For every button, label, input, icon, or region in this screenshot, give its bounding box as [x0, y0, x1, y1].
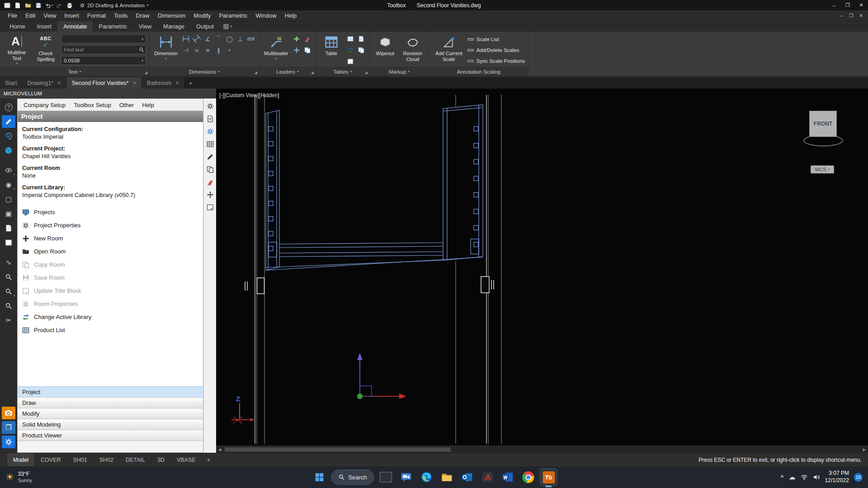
doc-restore-button[interactable]: ❐ [846, 11, 856, 21]
edge-button[interactable] [418, 469, 435, 486]
workspace-switcher[interactable]: 2D Drafting & Annotation ▾ [80, 3, 149, 8]
scroll-right-icon[interactable]: ▶ [861, 447, 868, 452]
action-product-list[interactable]: Product List [18, 324, 203, 337]
spiral-tool-button[interactable] [2, 130, 15, 142]
layout-view-button[interactable]: ❐ [2, 421, 15, 434]
menu-other[interactable]: Other [115, 102, 138, 108]
add-leader-icon[interactable] [292, 34, 302, 43]
category-project[interactable]: Project [18, 386, 203, 397]
table-download-icon[interactable] [346, 57, 355, 66]
search-icon[interactable] [139, 47, 144, 52]
table-link-icon[interactable] [346, 46, 355, 55]
gear-icon[interactable] [206, 102, 214, 110]
add-current-scale-button[interactable]: Add Current Scale [433, 33, 465, 66]
file-tab-start[interactable]: Start [0, 77, 22, 89]
find-text-input[interactable] [64, 47, 139, 52]
start-button[interactable] [311, 469, 328, 486]
dimensions-panel-label[interactable]: Dimensions▾ ◢ [150, 67, 259, 76]
action-change-active-library[interactable]: Change Active Library [18, 310, 203, 324]
trim-tool-button[interactable]: ✂ [2, 314, 15, 327]
open-folder-icon[interactable] [24, 1, 33, 9]
remove-leader-icon[interactable] [303, 34, 312, 43]
file-explorer-button[interactable] [439, 469, 456, 486]
save-icon[interactable] [34, 1, 43, 9]
ribbon-tab-manage[interactable]: Manage [157, 21, 190, 32]
aligned-dimension-icon[interactable] [192, 34, 202, 43]
undo-icon[interactable]: ▾ [44, 1, 53, 9]
pencil-icon[interactable] [206, 153, 214, 161]
clock[interactable]: 3:07 PM 12/1/2022 [825, 470, 849, 484]
ordinate-dimension-icon[interactable]: ⊥ [236, 34, 245, 43]
radius-dimension-icon[interactable]: ◯ [225, 34, 234, 43]
menu-insert[interactable]: Insert [60, 10, 83, 21]
onedrive-cloud-icon[interactable]: ☁ [789, 473, 796, 481]
leaders-panel-label[interactable]: Leaders▾ ◢ [259, 67, 316, 76]
ribbon-tab-annotate[interactable]: Annotate [57, 21, 93, 32]
add-delete-scales-button[interactable]: Add/Delete Scales [467, 46, 525, 55]
copy-icon[interactable] [206, 165, 214, 174]
cube-tool-button[interactable] [2, 144, 15, 157]
gear-blue-icon[interactable] [206, 127, 214, 136]
ribbon-tab-parametric[interactable]: Parametric [93, 21, 133, 32]
dim-style-icon[interactable] [246, 34, 256, 43]
category-solid-modeling[interactable]: Solid Modeling [18, 419, 203, 430]
sketch-tool-button[interactable] [2, 236, 15, 249]
notification-badge[interactable]: 16 [854, 473, 863, 482]
dim-options-caret-icon[interactable]: ▾ [225, 46, 234, 55]
app-menu-icon[interactable] [3, 1, 12, 9]
markup-panel-label[interactable]: Markup▾ [370, 67, 429, 76]
align-leaders-icon[interactable] [292, 46, 302, 55]
angular-dimension-icon[interactable]: ∠ [203, 34, 212, 43]
chat-button[interactable] [398, 469, 415, 486]
task-view-button[interactable] [377, 469, 395, 486]
rectangle-tool-button[interactable]: ▢ [2, 193, 15, 206]
layout-tab-detail[interactable]: DETAIL [120, 453, 151, 466]
collect-leaders-icon[interactable] [303, 46, 312, 55]
menu-modify[interactable]: Modify [189, 10, 215, 21]
text-dialog-launcher-icon[interactable]: ◢ [145, 70, 147, 75]
new-drawing-tab-button[interactable]: + [185, 77, 197, 89]
ribbon-tab-output[interactable]: Output [190, 21, 220, 32]
layout-tab-cover[interactable]: COVER [35, 453, 67, 466]
settings-button[interactable] [2, 436, 15, 448]
menu-toolbox-setup[interactable]: Toolbox Setup [70, 102, 115, 108]
scrollbar-thumb[interactable] [225, 447, 451, 452]
file-tab-bathroom[interactable]: Bathroom✕ [142, 77, 185, 89]
wipeout-button[interactable]: Wipeout [373, 33, 397, 66]
menu-mv-help[interactable]: Help [138, 102, 158, 108]
dimensions-dialog-launcher-icon[interactable]: ◢ [255, 70, 257, 75]
tables-panel-label[interactable]: Tables▾ ◢ [316, 67, 369, 76]
tables-dialog-launcher-icon[interactable]: ◢ [365, 70, 368, 75]
section-tool-button[interactable]: ▣ [2, 207, 15, 220]
layout-tab-sh02[interactable]: SH02 [94, 453, 120, 466]
search-box[interactable]: Search [331, 469, 374, 485]
continue-dimension-icon[interactable]: ∥ [214, 46, 223, 55]
category-draw[interactable]: Draw [18, 397, 203, 408]
action-open-room[interactable]: Open Room [18, 245, 203, 258]
menu-edit[interactable]: Edit [21, 10, 39, 21]
outlook-button[interactable] [459, 469, 476, 486]
document-icon[interactable] [206, 115, 214, 123]
clipboard-icon[interactable] [206, 203, 214, 211]
text-height-combo[interactable]: 0.0938▾ [61, 56, 146, 65]
category-modify[interactable]: Modify [18, 408, 203, 419]
menu-format[interactable]: Format [83, 10, 110, 21]
menu-view[interactable]: View [39, 10, 60, 21]
wcs-dropdown[interactable]: WCS▾ [811, 165, 834, 174]
wifi-icon[interactable] [801, 474, 808, 481]
arc-dimension-icon[interactable]: ⌒ [214, 34, 223, 43]
layout-tab-vbase[interactable]: VBASE [171, 453, 202, 466]
menu-dimension[interactable]: Dimension [154, 10, 189, 21]
close-icon[interactable]: ✕ [175, 80, 179, 85]
move-icon[interactable] [206, 191, 214, 199]
minimize-button[interactable]: – [827, 0, 841, 10]
table-export-icon[interactable] [357, 34, 366, 43]
viewport-controls[interactable]: [-][Custom View][Hidden] [219, 92, 279, 99]
table-icon[interactable] [206, 140, 214, 148]
chrome-button[interactable] [520, 469, 537, 486]
toolbox-button[interactable]: Tb [540, 469, 557, 486]
render-tool-button[interactable]: ◉▾ [2, 178, 15, 191]
adjust-space-icon[interactable]: ≍ [192, 46, 202, 55]
action-projects[interactable]: Projects [18, 206, 203, 219]
category-product-viewer[interactable]: Product Viewer [18, 430, 203, 441]
